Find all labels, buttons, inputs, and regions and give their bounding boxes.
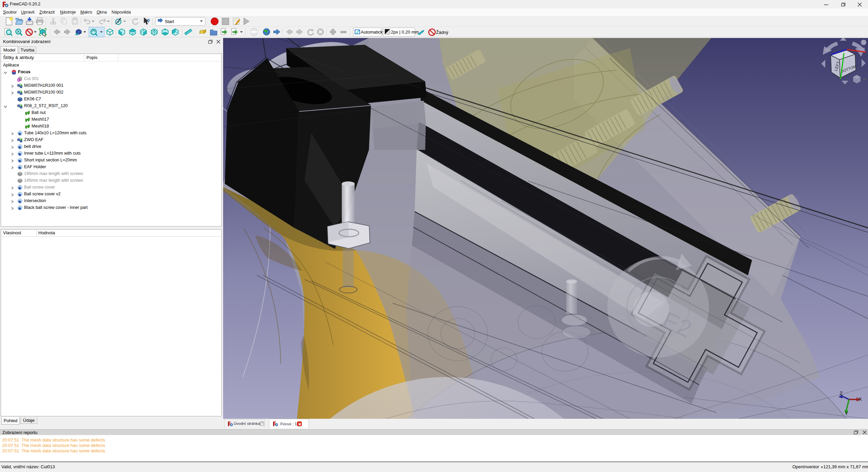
svg-text:2px | 0,20 mm: 2px | 0,20 mm [391,29,419,35]
svg-text:Žádný: Žádný [436,30,449,35]
svg-text:Start: Start [165,19,174,24]
svg-text:Automaticky: Automaticky [361,29,385,35]
svg-text:Y: Y [845,410,848,416]
svg-text:Z: Z [840,390,843,396]
svg-text:X: X [859,396,862,402]
svg-text:?: ? [146,18,150,24]
